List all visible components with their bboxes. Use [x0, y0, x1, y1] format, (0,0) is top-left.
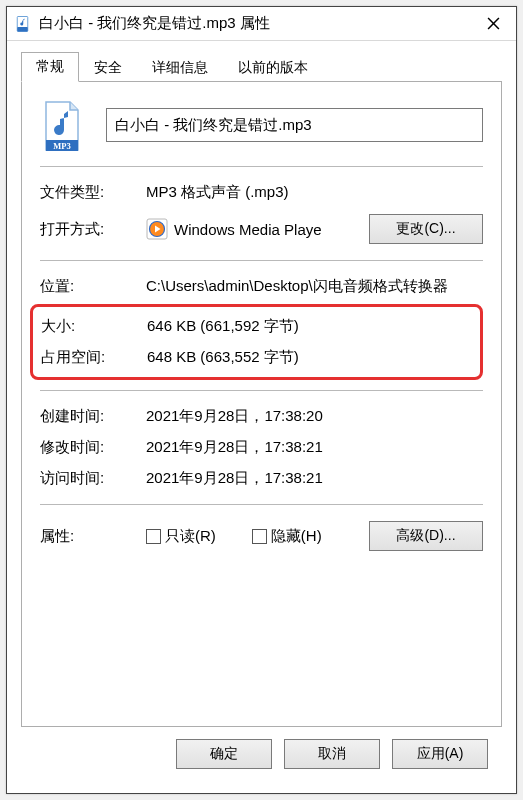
file-mp3-title-icon: [15, 15, 33, 33]
tab-strip: 常规 安全 详细信息 以前的版本: [21, 51, 502, 81]
dialog-footer: 确定 取消 应用(A): [21, 727, 502, 781]
highlight-box: 大小: 646 KB (661,592 字节) 占用空间: 648 KB (66…: [30, 304, 483, 380]
close-button[interactable]: [476, 11, 510, 37]
label-attributes: 属性:: [40, 527, 146, 546]
separator: [40, 390, 483, 391]
file-mp3-icon: MP3: [40, 100, 84, 150]
checkbox-box-icon: [252, 529, 267, 544]
separator: [40, 504, 483, 505]
label-modified: 修改时间:: [40, 438, 146, 457]
properties-dialog: 白小白 - 我们终究是错过.mp3 属性 常规 安全 详细信息 以前的版本 MP…: [6, 6, 517, 794]
row-openwith: 打开方式: Windows Media Playe 更改(C)...: [40, 208, 483, 250]
label-sizeondisk: 占用空间:: [41, 348, 147, 367]
value-openwith: Windows Media Playe: [174, 221, 322, 238]
separator: [40, 260, 483, 261]
wmp-icon: [146, 218, 168, 240]
window-title: 白小白 - 我们终究是错过.mp3 属性: [39, 14, 476, 33]
value-created: 2021年9月28日，17:38:20: [146, 407, 483, 426]
value-location: C:\Users\admin\Desktop\闪电音频格式转换器: [146, 277, 483, 296]
tab-previous-versions[interactable]: 以前的版本: [223, 53, 323, 82]
filename-input[interactable]: 白小白 - 我们终究是错过.mp3: [106, 108, 483, 142]
value-size: 646 KB (661,592 字节): [147, 317, 472, 336]
checkbox-hidden[interactable]: 隐藏(H): [252, 527, 322, 546]
svg-rect-1: [17, 27, 28, 32]
value-filetype: MP3 格式声音 (.mp3): [146, 183, 483, 202]
change-button[interactable]: 更改(C)...: [369, 214, 483, 244]
checkbox-hidden-label: 隐藏(H): [271, 527, 322, 546]
checkbox-readonly[interactable]: 只读(R): [146, 527, 216, 546]
row-sizeondisk: 占用空间: 648 KB (663,552 字节): [41, 342, 472, 373]
row-attributes: 属性: 只读(R) 隐藏(H) 高级(D)...: [40, 515, 483, 557]
label-filetype: 文件类型:: [40, 183, 146, 202]
tab-security[interactable]: 安全: [79, 53, 137, 82]
separator: [40, 166, 483, 167]
row-modified: 修改时间: 2021年9月28日，17:38:21: [40, 432, 483, 463]
row-accessed: 访问时间: 2021年9月28日，17:38:21: [40, 463, 483, 494]
tab-general[interactable]: 常规: [21, 52, 79, 82]
value-accessed: 2021年9月28日，17:38:21: [146, 469, 483, 488]
svg-text:MP3: MP3: [53, 141, 70, 151]
row-size: 大小: 646 KB (661,592 字节): [41, 311, 472, 342]
advanced-button[interactable]: 高级(D)...: [369, 521, 483, 551]
row-location: 位置: C:\Users\admin\Desktop\闪电音频格式转换器: [40, 271, 483, 302]
general-panel: MP3 白小白 - 我们终究是错过.mp3 文件类型: MP3 格式声音 (.m…: [21, 81, 502, 727]
label-openwith: 打开方式:: [40, 220, 146, 239]
titlebar: 白小白 - 我们终究是错过.mp3 属性: [7, 7, 516, 41]
checkbox-readonly-label: 只读(R): [165, 527, 216, 546]
label-created: 创建时间:: [40, 407, 146, 426]
tab-details[interactable]: 详细信息: [137, 53, 223, 82]
apply-button[interactable]: 应用(A): [392, 739, 488, 769]
label-accessed: 访问时间:: [40, 469, 146, 488]
dialog-body: 常规 安全 详细信息 以前的版本 MP3 白小白 - 我们终究是错过.mp3: [7, 41, 516, 793]
label-size: 大小:: [41, 317, 147, 336]
file-header-row: MP3 白小白 - 我们终究是错过.mp3: [40, 100, 483, 150]
value-sizeondisk: 648 KB (663,552 字节): [147, 348, 472, 367]
row-filetype: 文件类型: MP3 格式声音 (.mp3): [40, 177, 483, 208]
checkbox-box-icon: [146, 529, 161, 544]
ok-button[interactable]: 确定: [176, 739, 272, 769]
cancel-button[interactable]: 取消: [284, 739, 380, 769]
value-modified: 2021年9月28日，17:38:21: [146, 438, 483, 457]
label-location: 位置:: [40, 277, 146, 296]
row-created: 创建时间: 2021年9月28日，17:38:20: [40, 401, 483, 432]
